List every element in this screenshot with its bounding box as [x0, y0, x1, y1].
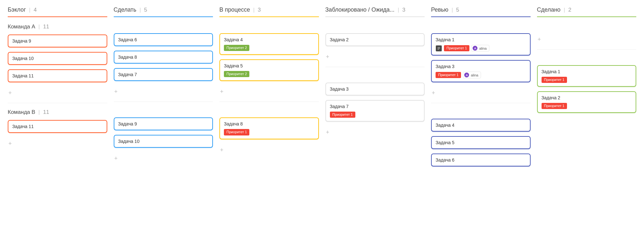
column-header[interactable]: Ревью | 5 [431, 6, 531, 17]
column-header[interactable]: Сделать | 5 [114, 6, 213, 17]
task-card[interactable]: Задача 10 [8, 52, 107, 65]
card-title: Задача 8 [118, 55, 209, 60]
priority-badge: Приоритет 1 [436, 72, 461, 78]
add-card-button[interactable]: + [219, 87, 319, 96]
add-card-button[interactable]: + [219, 145, 319, 155]
card-list: Задача 9 Задача 10 Задача 11 + [8, 35, 107, 98]
card-title: Задача 1 [436, 37, 526, 42]
add-card-button[interactable]: + [114, 154, 213, 163]
task-card[interactable]: Задача 5 [431, 136, 531, 149]
card-title: Задача 7 [330, 104, 420, 109]
task-card[interactable]: Задача 6 [114, 33, 213, 46]
card-title: Задача 4 [436, 123, 526, 128]
add-card-button[interactable]: + [8, 139, 107, 148]
column-todo: Сделать | 5 Задача 6 Задача 8 Задача 7 +… [114, 6, 213, 163]
card-list: Задача 6 Задача 8 Задача 7 + [114, 33, 213, 96]
separator: | [139, 7, 141, 13]
separator: | [398, 7, 399, 13]
task-card[interactable]: Задача 11 [8, 120, 107, 133]
column-title: Сделать [114, 6, 137, 13]
column-header[interactable]: Бэклог | 4 [8, 6, 107, 17]
column-done: Сделано | 2 + Задача 1 Приоритет 1 Задач… [537, 6, 637, 113]
column-count: 4 [34, 7, 37, 13]
priority-badge: Приоритет 1 [542, 103, 567, 109]
column-title: Заблокировано / Ожида... [325, 6, 395, 13]
assignee-chip[interactable]: A alina [471, 45, 489, 52]
separator: | [38, 24, 40, 30]
card-list: Задача 3 Задача 7 Приоритет 1 + [325, 83, 425, 137]
swimlane-count: 11 [43, 24, 49, 30]
task-card[interactable]: Задача 5 Приоритет 2 [219, 59, 319, 81]
lane-divider [114, 102, 213, 102]
column-backlog: Бэклог | 4 Команда А | 11 Задача 9 Задач… [8, 6, 107, 148]
task-card[interactable]: Задача 1 Приоритет 1 [537, 65, 637, 87]
kanban-board: Бэклог | 4 Команда А | 11 Задача 9 Задач… [8, 6, 636, 166]
task-card[interactable]: Задача 9 [114, 117, 213, 130]
assignee-chip[interactable]: A alina [463, 72, 481, 78]
column-count: 5 [144, 7, 147, 13]
column-title: В процессе [219, 6, 250, 13]
task-card[interactable]: Задача 6 [431, 154, 531, 166]
card-title: Задача 7 [118, 72, 209, 77]
task-card[interactable]: Задача 8 [114, 51, 213, 64]
task-card[interactable]: Задача 10 [114, 135, 213, 148]
add-card-button[interactable]: + [431, 88, 531, 98]
column-title: Бэклог [8, 6, 26, 13]
card-title: Задача 10 [118, 139, 209, 144]
lane-divider [219, 102, 319, 102]
task-card[interactable]: Задача 4 Приоритет 2 [219, 33, 319, 55]
column-blocked: Заблокировано / Ожида... | 3 Задача 2 + … [325, 6, 425, 137]
add-card-button[interactable]: + [8, 88, 107, 98]
swimlane-header-team-a[interactable]: Команда А | 11 [8, 24, 107, 30]
swimlane-title: Команда В [8, 109, 35, 115]
task-card[interactable]: Задача 7 [114, 68, 213, 81]
avatar: A [473, 46, 477, 51]
card-list: Задача 1 Приоритет 1 Задача 2 Приоритет … [537, 65, 637, 113]
task-card[interactable]: Задача 4 [431, 119, 531, 132]
task-card[interactable]: Задача 7 Приоритет 1 [325, 100, 425, 122]
lane-divider [431, 103, 531, 103]
card-title: Задача 5 [224, 63, 314, 68]
card-title: Задача 9 [12, 38, 103, 44]
assignee-name: alina [471, 73, 478, 77]
card-title: Задача 6 [436, 157, 526, 163]
avatar: A [464, 73, 469, 77]
column-header[interactable]: В процессе | 3 [219, 6, 319, 17]
swimlane-header-team-b[interactable]: Команда В | 11 [8, 109, 107, 115]
task-card[interactable]: Задача 3 Приоритет 1 A alina [431, 60, 531, 82]
task-card[interactable]: Задача 11 [8, 69, 107, 82]
column-count: 2 [568, 7, 571, 13]
task-card[interactable]: Задача 2 Приоритет 1 [537, 91, 637, 113]
column-header[interactable]: Сделано | 2 [537, 6, 637, 17]
card-title: Задача 8 [224, 121, 314, 126]
task-card[interactable]: Задача 2 [325, 33, 425, 46]
task-card[interactable]: Задача 3 [325, 83, 425, 95]
card-list: Задача 2 + [325, 33, 425, 62]
task-card[interactable]: Задача 1 Приоритет 1 A alina [431, 33, 531, 55]
add-card-button[interactable]: + [537, 35, 637, 44]
add-card-button[interactable]: + [114, 87, 213, 96]
card-list: + [537, 33, 637, 44]
card-list: Задача 9 Задача 10 + [114, 117, 213, 163]
priority-badge: Приоритет 2 [224, 45, 249, 51]
card-list: Задача 1 Приоритет 1 A alina Задача 3 Пр… [431, 33, 531, 98]
priority-badge: Приоритет 1 [444, 45, 469, 51]
task-card[interactable]: Задача 8 Приоритет 1 [219, 117, 319, 139]
card-list: Задача 8 Приоритет 1 + [219, 117, 319, 154]
column-review: Ревью | 5 Задача 1 Приоритет 1 A alina [431, 6, 531, 166]
assignee-name: alina [479, 46, 486, 50]
add-card-button[interactable]: + [325, 127, 425, 137]
task-card[interactable]: Задача 9 [8, 35, 107, 47]
lane-divider [537, 49, 637, 50]
card-title: Задача 2 [542, 95, 632, 100]
column-title: Ревью [431, 6, 448, 13]
card-title: Задача 11 [12, 73, 103, 78]
priority-badge: Приоритет 1 [542, 77, 567, 83]
separator: | [452, 7, 453, 13]
add-card-button[interactable]: + [325, 52, 425, 62]
column-header[interactable]: Заблокировано / Ожида... | 3 [325, 6, 425, 17]
card-title: Задача 3 [436, 64, 526, 69]
column-count: 3 [402, 7, 405, 13]
card-list: Задача 11 + [8, 120, 107, 148]
description-icon [436, 45, 442, 52]
